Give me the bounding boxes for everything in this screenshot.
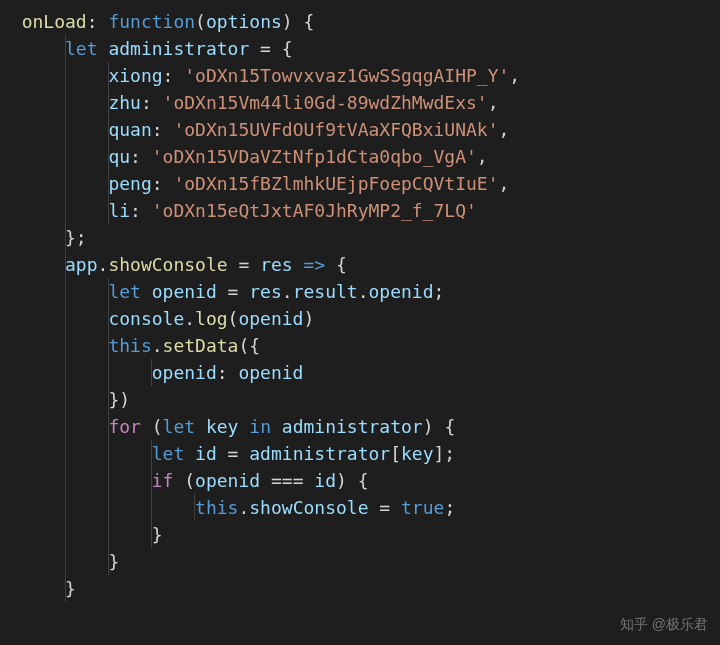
indent-guide bbox=[151, 359, 152, 386]
code-line[interactable]: }) bbox=[0, 386, 720, 413]
code-token: } bbox=[65, 578, 76, 599]
code-token: key bbox=[401, 443, 434, 464]
indent-guide bbox=[65, 143, 66, 170]
code-token: }) bbox=[108, 389, 130, 410]
indent-guide bbox=[108, 143, 109, 170]
indent-guide bbox=[65, 494, 66, 521]
indent-guide bbox=[65, 305, 66, 332]
code-token: 'oDXn15fBZlmhkUEjpFoepCQVtIuE' bbox=[173, 173, 498, 194]
code-token: === bbox=[260, 470, 314, 491]
code-token: xiong bbox=[108, 65, 162, 86]
indent-whitespace bbox=[0, 335, 108, 356]
code-line[interactable]: app.showConsole = res => { bbox=[0, 251, 720, 278]
code-token: : bbox=[130, 200, 152, 221]
code-line[interactable]: let openid = res.result.openid; bbox=[0, 278, 720, 305]
indent-guide bbox=[65, 116, 66, 143]
code-line[interactable]: li: 'oDXn15eQtJxtAF0JhRyMP2_f_7LQ' bbox=[0, 197, 720, 224]
code-token: function bbox=[108, 11, 195, 32]
code-token: ; bbox=[434, 281, 445, 302]
indent-whitespace bbox=[0, 470, 152, 491]
code-line[interactable]: } bbox=[0, 575, 720, 602]
code-token: : bbox=[141, 92, 163, 113]
indent-guide bbox=[65, 251, 66, 278]
indent-guide bbox=[108, 548, 109, 575]
code-line[interactable]: } bbox=[0, 548, 720, 575]
indent-guide bbox=[108, 386, 109, 413]
code-token: for bbox=[108, 416, 141, 437]
indent-guide bbox=[108, 62, 109, 89]
indent-guide bbox=[65, 89, 66, 116]
code-token: openid bbox=[238, 308, 303, 329]
code-line[interactable]: openid: openid bbox=[0, 359, 720, 386]
code-token: = bbox=[228, 254, 261, 275]
code-line[interactable]: for (let key in administrator) { bbox=[0, 413, 720, 440]
code-token: 'oDXn15UVFdOUf9tVAaXFQBxiUNAk' bbox=[173, 119, 498, 140]
code-line[interactable]: peng: 'oDXn15fBZlmhkUEjpFoepCQVtIuE', bbox=[0, 170, 720, 197]
code-line[interactable]: }; bbox=[0, 224, 720, 251]
indent-guide bbox=[65, 467, 66, 494]
code-token: ; bbox=[444, 497, 455, 518]
code-token: 'oDXn15eQtJxtAF0JhRyMP2_f_7LQ' bbox=[152, 200, 477, 221]
code-token: if bbox=[152, 470, 174, 491]
code-token: peng bbox=[108, 173, 151, 194]
indent-guide bbox=[65, 548, 66, 575]
code-line[interactable]: qu: 'oDXn15VDaVZtNfp1dCta0qbo_VgA', bbox=[0, 143, 720, 170]
code-token: . bbox=[358, 281, 369, 302]
code-token bbox=[98, 38, 109, 59]
indent-whitespace bbox=[0, 173, 108, 194]
code-token: ]; bbox=[434, 443, 456, 464]
code-token: qu bbox=[108, 146, 130, 167]
indent-whitespace bbox=[0, 416, 108, 437]
indent-whitespace bbox=[0, 254, 65, 275]
code-token: onLoad bbox=[22, 11, 87, 32]
code-token: . bbox=[98, 254, 109, 275]
indent-guide bbox=[108, 440, 109, 467]
indent-whitespace bbox=[0, 281, 108, 302]
code-line[interactable]: zhu: 'oDXn15Vm44li0Gd-89wdZhMwdExs', bbox=[0, 89, 720, 116]
code-line[interactable]: onLoad: function(options) { bbox=[0, 8, 720, 35]
code-editor[interactable]: onLoad: function(options) { let administ… bbox=[0, 8, 720, 602]
code-token: true bbox=[401, 497, 444, 518]
indent-guide bbox=[65, 359, 66, 386]
code-token bbox=[238, 416, 249, 437]
indent-guide bbox=[65, 197, 66, 224]
code-line[interactable]: xiong: 'oDXn15Towvxvaz1GwSSgqgAIHP_Y', bbox=[0, 62, 720, 89]
indent-guide bbox=[108, 521, 109, 548]
code-token: log bbox=[195, 308, 228, 329]
code-token: openid bbox=[369, 281, 434, 302]
code-line[interactable]: let administrator = { bbox=[0, 35, 720, 62]
indent-guide bbox=[65, 170, 66, 197]
indent-guide bbox=[194, 494, 195, 521]
indent-whitespace bbox=[0, 308, 108, 329]
code-token: openid bbox=[152, 281, 217, 302]
code-line[interactable]: if (openid === id) { bbox=[0, 467, 720, 494]
code-token: administrator bbox=[249, 443, 390, 464]
code-token: } bbox=[152, 524, 163, 545]
code-token: , bbox=[488, 92, 499, 113]
code-token bbox=[293, 254, 304, 275]
indent-whitespace bbox=[0, 551, 108, 572]
code-token: let bbox=[163, 416, 196, 437]
indent-whitespace bbox=[0, 578, 65, 599]
code-line[interactable]: quan: 'oDXn15UVFdOUf9tVAaXFQBxiUNAk', bbox=[0, 116, 720, 143]
code-token: ( bbox=[228, 308, 239, 329]
code-line[interactable]: console.log(openid) bbox=[0, 305, 720, 332]
indent-whitespace bbox=[0, 227, 65, 248]
code-token: ) bbox=[303, 308, 314, 329]
code-token: this bbox=[195, 497, 238, 518]
code-token: ) { bbox=[336, 470, 369, 491]
indent-guide bbox=[151, 521, 152, 548]
indent-guide bbox=[65, 575, 66, 602]
code-token: } bbox=[108, 551, 119, 572]
code-line[interactable]: this.setData({ bbox=[0, 332, 720, 359]
code-token: , bbox=[509, 65, 520, 86]
code-token: , bbox=[499, 119, 510, 140]
code-line[interactable]: } bbox=[0, 521, 720, 548]
code-token: showConsole bbox=[108, 254, 227, 275]
indent-guide bbox=[108, 197, 109, 224]
indent-whitespace bbox=[0, 443, 152, 464]
code-token bbox=[184, 443, 195, 464]
code-token: openid bbox=[238, 362, 303, 383]
code-line[interactable]: let id = administrator[key]; bbox=[0, 440, 720, 467]
code-line[interactable]: this.showConsole = true; bbox=[0, 494, 720, 521]
